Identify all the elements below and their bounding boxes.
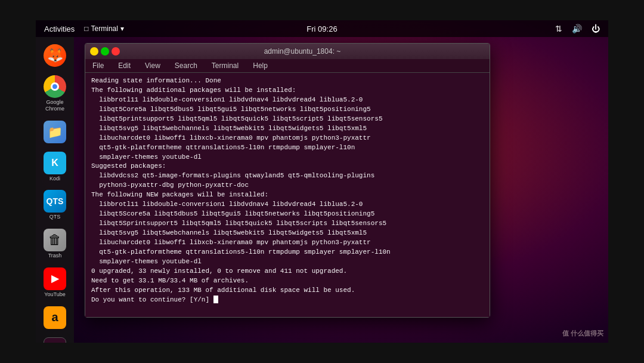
- kodi-label: Kodi: [49, 176, 60, 182]
- dock-item-trash[interactable]: 🗑 Trash: [38, 226, 72, 262]
- trash-label: Trash: [48, 253, 62, 259]
- firefox-icon: 🦊: [44, 44, 66, 67]
- terminal-dock-icon: >_: [44, 337, 66, 343]
- terminal-dropdown-icon[interactable]: ▾: [120, 24, 124, 33]
- topbar-right: ⇅ 🔊 ⏻: [553, 23, 602, 35]
- term-line-20: 0 upgraded, 33 newly installed, 0 to rem…: [91, 267, 484, 276]
- terminal-window: admin@ubuntu_1804: ~ File Edit View Sear…: [85, 43, 490, 318]
- term-line-6: libucharcdet0 libwoff1 libxcb-xinerama0 …: [91, 134, 484, 143]
- network-icon[interactable]: ⇅: [553, 23, 565, 35]
- power-icon[interactable]: ⏻: [589, 23, 602, 35]
- qts-icon: QTS: [44, 190, 66, 213]
- menu-search[interactable]: Search: [172, 60, 200, 71]
- chrome-icon: [44, 75, 66, 98]
- dock: 🦊 GoogleChrome 📁 K: [36, 37, 74, 343]
- term-line-16: libqt5svg5 libqt5webchannels libqt5webki…: [91, 229, 484, 238]
- topbar: Activities □ Terminal ▾ Fri 09:26 ⇅ 🔊 ⏻: [36, 20, 608, 37]
- terminal-window-label: Terminal: [91, 24, 118, 33]
- term-line-4: libqt5printsupport5 libqt5qml5 libqt5qui…: [91, 115, 484, 124]
- watermark: 值 什么值得买: [562, 329, 603, 338]
- term-line-8: smplayer-themes youtube-dl: [91, 153, 484, 162]
- activities-button[interactable]: Activities: [42, 23, 77, 35]
- dock-item-youtube[interactable]: ▶ YouTube: [38, 265, 72, 300]
- term-line-19: smplayer-themes youtube-dl: [91, 257, 484, 267]
- topbar-left: Activities □ Terminal ▾: [42, 23, 124, 35]
- menu-view[interactable]: View: [143, 60, 163, 71]
- time-display: Fri 09:26: [306, 24, 337, 33]
- youtube-icon: ▶: [44, 267, 66, 290]
- dock-item-firefox[interactable]: 🦊: [38, 42, 72, 69]
- term-line-1: The following additional packages will b…: [91, 86, 484, 96]
- maximize-button[interactable]: [101, 47, 109, 56]
- menu-edit[interactable]: Edit: [116, 60, 133, 71]
- dock-item-chrome[interactable]: GoogleChrome: [38, 73, 72, 115]
- volume-icon[interactable]: 🔊: [569, 23, 584, 35]
- terminal-titlebar: admin@ubuntu_1804: ~: [85, 44, 490, 59]
- terminal-window-icon: □: [84, 24, 88, 33]
- chrome-inner-circle: [44, 75, 66, 98]
- term-line-18: qt5-gtk-platformtheme qttranslations5-l1…: [91, 248, 484, 257]
- term-line-21: Need to get 33.1 MB/33.4 MB of archives.: [91, 276, 484, 286]
- terminal-menubar: File Edit View Search Terminal Help: [85, 59, 490, 73]
- dock-item-qts[interactable]: QTS QTS: [38, 187, 72, 223]
- minimize-button[interactable]: [90, 47, 98, 56]
- chrome-label: GoogleChrome: [45, 99, 64, 112]
- menu-file[interactable]: File: [90, 60, 106, 71]
- dock-item-amazon[interactable]: a: [38, 304, 72, 331]
- term-line-9: Suggested packages:: [91, 162, 484, 171]
- dock-item-terminal[interactable]: >_ Public foradmin onNAS5876...: [38, 335, 72, 343]
- topbar-clock: Fri 09:26: [306, 24, 337, 33]
- monitor: Activities □ Terminal ▾ Fri 09:26 ⇅ 🔊 ⏻ …: [0, 0, 644, 363]
- term-line-0: Reading state information... Done: [91, 76, 484, 86]
- term-line-7: qt5-gtk-platformtheme qttranslations5-l1…: [91, 143, 484, 153]
- close-button[interactable]: [112, 47, 120, 56]
- term-line-5: libqt5svg5 libqt5webchannels libqt5webki…: [91, 124, 484, 134]
- menu-terminal[interactable]: Terminal: [209, 60, 241, 71]
- terminal-window-controls: [90, 47, 120, 56]
- terminal-indicator[interactable]: □ Terminal ▾: [84, 24, 124, 33]
- kodi-icon: K: [44, 152, 66, 174]
- term-line-3: libqt5Core5a libqt5dbus5 libqt5gui5 libq…: [91, 105, 484, 115]
- term-line-2: libbrotl11 libdouble-conversion1 libdvdn…: [91, 96, 484, 105]
- trash-icon: 🗑: [44, 229, 66, 251]
- qts-label: QTS: [49, 214, 61, 220]
- menu-help[interactable]: Help: [250, 60, 270, 71]
- watermark-text: 值 什么值得买: [562, 330, 603, 337]
- dock-item-files[interactable]: 📁: [38, 118, 72, 146]
- term-line-13: libbrotl11 libdouble-conversion1 libdvdn…: [91, 200, 484, 210]
- dock-item-kodi[interactable]: K Kodi: [38, 149, 72, 184]
- files-icon: 📁: [44, 121, 66, 143]
- term-line-10: libdvdcss2 qt5-image-formats-plugins qtw…: [91, 171, 484, 181]
- terminal-window-title: admin@ubuntu_1804: ~: [120, 47, 485, 56]
- amazon-icon: a: [44, 306, 66, 329]
- term-line-17: libucharcdet0 libwoff1 libxcb-xinerama0 …: [91, 238, 484, 248]
- chrome-center-circle: [51, 82, 59, 91]
- term-line-12: The following NEW packages will be insta…: [91, 190, 484, 200]
- term-line-22: After this operation, 133 MB of addition…: [91, 286, 484, 296]
- term-line-14: libqt5Score5a libqt5dbus5 libqt5gui5 lib…: [91, 210, 484, 219]
- terminal-cursor: [213, 296, 218, 303]
- term-line-15: libqt5Sprintsupport5 libqt5qml5 libqt5qu…: [91, 219, 484, 229]
- terminal-body[interactable]: Reading state information... Done The fo…: [85, 73, 490, 317]
- youtube-label: YouTube: [44, 291, 65, 298]
- term-line-11: python3-pyxattr-dbg python-pyxattr-doc: [91, 181, 484, 190]
- screen: Activities □ Terminal ▾ Fri 09:26 ⇅ 🔊 ⏻ …: [36, 20, 608, 343]
- term-line-23: Do you want to continue? [Y/n]: [91, 296, 484, 305]
